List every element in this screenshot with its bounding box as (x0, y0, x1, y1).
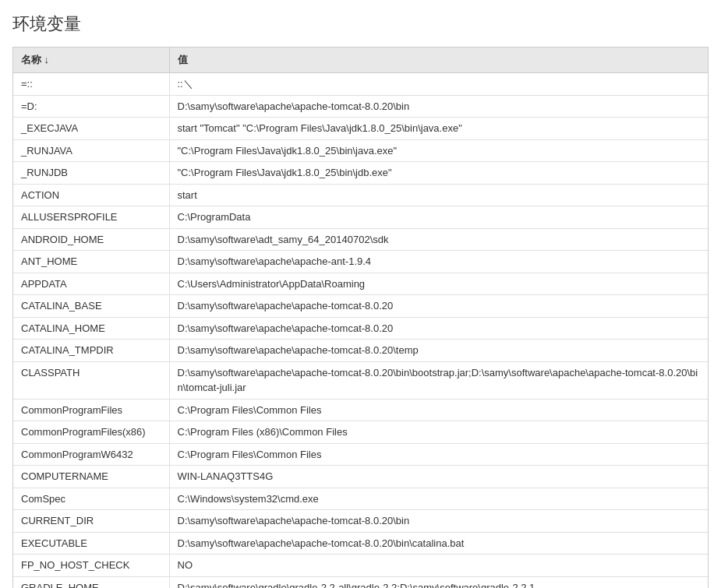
env-name-cell: _RUNJDB (13, 162, 169, 185)
table-row: GRADLE_HOMED:\samy\software\gradle\gradl… (13, 576, 708, 588)
env-value-cell: "C:\Program Files\Java\jdk1.8.0_25\bin\j… (169, 162, 708, 185)
table-row: _RUNJDB"C:\Program Files\Java\jdk1.8.0_2… (13, 162, 708, 185)
env-name-cell: COMPUTERNAME (13, 466, 169, 488)
env-name-cell: _RUNJAVA (13, 139, 169, 162)
table-row: APPDATAC:\Users\Administrator\AppData\Ro… (13, 273, 708, 295)
table-row: ComSpecC:\Windows\system32\cmd.exe (13, 488, 708, 510)
table-row: CommonProgramW6432C:\Program Files\Commo… (13, 443, 708, 466)
env-value-cell: D:\samy\software\apache\apache-tomcat-8.… (169, 95, 708, 118)
env-value-cell: D:\samy\software\apache\apache-tomcat-8.… (169, 295, 708, 318)
env-name-cell: CLASSPATH (13, 361, 169, 399)
env-name-cell: CommonProgramFiles (13, 399, 169, 421)
env-value-cell: "C:\Program Files\Java\jdk1.8.0_25\bin\j… (169, 139, 708, 162)
env-value-cell: D:\samy\software\gradle\gradle-2.2-all\g… (169, 576, 708, 588)
env-value-cell: C:\Program Files\Common Files (169, 399, 708, 421)
env-value-cell: D:\samy\software\apache\apache-ant-1.9.4 (169, 251, 708, 273)
env-value-cell: WIN-LANAQ3TTS4G (169, 466, 708, 488)
env-value-cell: C:\Program Files\Common Files (169, 443, 708, 466)
env-name-cell: GRADLE_HOME (13, 576, 169, 588)
table-row: EXECUTABLED:\samy\software\apache\apache… (13, 532, 708, 555)
env-name-cell: CommonProgramW6432 (13, 443, 169, 466)
env-name-cell: EXECUTABLE (13, 532, 169, 555)
env-name-cell: _EXECJAVA (13, 118, 169, 140)
table-row: _RUNJAVA"C:\Program Files\Java\jdk1.8.0_… (13, 139, 708, 162)
env-value-cell: C:\Users\Administrator\AppData\Roaming (169, 273, 708, 295)
env-name-cell: CATALINA_TMPDIR (13, 340, 169, 362)
env-value-cell: start "Tomcat" "C:\Program Files\Java\jd… (169, 118, 708, 140)
env-name-cell: ANDROID_HOME (13, 228, 169, 251)
env-name-cell: CATALINA_HOME (13, 317, 169, 340)
env-value-cell: start (169, 184, 708, 206)
table-row: CommonProgramFiles(x86)C:\Program Files … (13, 421, 708, 444)
col-header-value: 值 (169, 48, 708, 73)
env-name-cell: ACTION (13, 184, 169, 206)
env-value-cell: NO (169, 555, 708, 577)
env-value-cell: C:\Windows\system32\cmd.exe (169, 488, 708, 510)
env-name-cell: CommonProgramFiles(x86) (13, 421, 169, 444)
table-row: CATALINA_TMPDIRD:\samy\software\apache\a… (13, 340, 708, 362)
table-row: CURRENT_DIRD:\samy\software\apache\apach… (13, 510, 708, 533)
env-name-cell: ANT_HOME (13, 251, 169, 273)
table-row: =::::＼ (13, 73, 708, 96)
table-row: COMPUTERNAMEWIN-LANAQ3TTS4G (13, 466, 708, 488)
env-name-cell: =:: (13, 73, 169, 96)
table-row: FP_NO_HOST_CHECKNO (13, 555, 708, 577)
env-value-cell: ::＼ (169, 73, 708, 96)
table-header-row: 名称 ↓ 值 (13, 48, 708, 73)
env-value-cell: D:\samy\software\apache\apache-tomcat-8.… (169, 361, 708, 399)
table-row: CATALINA_BASED:\samy\software\apache\apa… (13, 295, 708, 318)
env-value-cell: C:\Program Files (x86)\Common Files (169, 421, 708, 444)
page-title: 环境变量 (12, 12, 709, 36)
table-row: ACTIONstart (13, 184, 708, 206)
table-row: ANDROID_HOMED:\samy\software\adt_samy_64… (13, 228, 708, 251)
env-name-cell: ALLUSERSPROFILE (13, 206, 169, 229)
env-name-cell: CURRENT_DIR (13, 510, 169, 533)
env-name-cell: =D: (13, 95, 169, 118)
env-value-cell: C:\ProgramData (169, 206, 708, 229)
env-name-cell: APPDATA (13, 273, 169, 295)
env-table-container: 名称 ↓ 值 =::::＼=D:D:\samy\software\apache\… (12, 47, 709, 588)
env-name-cell: FP_NO_HOST_CHECK (13, 555, 169, 577)
table-body: =::::＼=D:D:\samy\software\apache\apache-… (13, 73, 708, 589)
env-name-cell: CATALINA_BASE (13, 295, 169, 318)
table-row: _EXECJAVAstart "Tomcat" "C:\Program File… (13, 118, 708, 140)
table-row: =D:D:\samy\software\apache\apache-tomcat… (13, 95, 708, 118)
table-row: ANT_HOMED:\samy\software\apache\apache-a… (13, 251, 708, 273)
table-row: CommonProgramFilesC:\Program Files\Commo… (13, 399, 708, 421)
env-value-cell: D:\samy\software\apache\apache-tomcat-8.… (169, 317, 708, 340)
env-value-cell: D:\samy\software\apache\apache-tomcat-8.… (169, 340, 708, 362)
col-header-name: 名称 ↓ (13, 48, 169, 73)
env-value-cell: D:\samy\software\adt_samy_64_20140702\sd… (169, 228, 708, 251)
env-name-cell: ComSpec (13, 488, 169, 510)
env-table: 名称 ↓ 值 =::::＼=D:D:\samy\software\apache\… (13, 48, 708, 588)
table-row: ALLUSERSPROFILEC:\ProgramData (13, 206, 708, 229)
env-value-cell: D:\samy\software\apache\apache-tomcat-8.… (169, 532, 708, 555)
table-row: CLASSPATHD:\samy\software\apache\apache-… (13, 361, 708, 399)
table-row: CATALINA_HOMED:\samy\software\apache\apa… (13, 317, 708, 340)
env-value-cell: D:\samy\software\apache\apache-tomcat-8.… (169, 510, 708, 533)
